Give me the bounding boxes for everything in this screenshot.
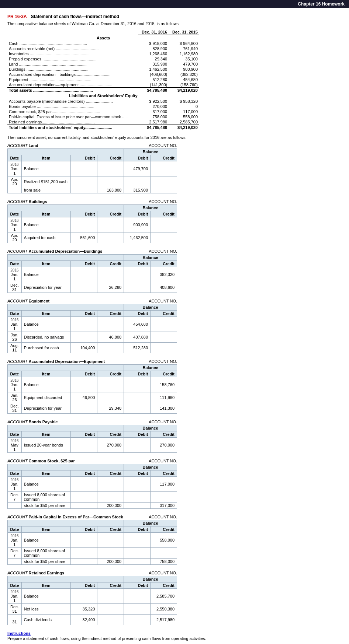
cell-debit xyxy=(71,187,97,193)
cell-bal-credit: 111,960 xyxy=(151,392,177,403)
cell-date: 2016Jan.1 xyxy=(8,161,22,176)
cell-bal-credit: 758,000 xyxy=(151,559,177,565)
cell-bal-credit xyxy=(151,343,177,353)
cell-debit xyxy=(71,503,97,509)
table-row: 2016May1 Issued 20-year bonds 270,000 27… xyxy=(8,438,177,453)
instructions-title: Instructions xyxy=(7,631,342,636)
table-row: 2016Jan.1 Balance 558,000 xyxy=(8,533,177,548)
cell-credit xyxy=(97,533,124,548)
col-header-date: Date xyxy=(8,311,22,317)
bs-liab-label: Paid-in capital: Excess of issue price o… xyxy=(7,114,138,119)
col-header-debit: Debit xyxy=(71,582,97,589)
ledger-header-spacer xyxy=(8,425,124,431)
col-header-debit: Debit xyxy=(71,371,97,377)
cell-bal-credit: 382,320 xyxy=(151,267,177,282)
cell-bal-debit: 315,900 xyxy=(124,187,151,193)
cell-item: Equipment discarded xyxy=(21,392,71,403)
account-no-label-paid-in-capital: ACCOUNT NO. xyxy=(125,515,177,520)
cell-item: Balance xyxy=(21,317,71,332)
ledger-header-spacer xyxy=(8,576,124,582)
bs-asset-label: Equipment ..............................… xyxy=(7,77,138,82)
cell-debit xyxy=(71,161,97,176)
cell-item: stock for $50 per share xyxy=(21,559,71,565)
bs-asset-v2: 479,700 xyxy=(169,62,199,67)
cell-debit xyxy=(71,267,97,282)
cell-credit xyxy=(97,615,124,625)
cell-bal-debit xyxy=(124,438,151,453)
table-row: from sale 163,800 315,900 xyxy=(8,187,177,193)
col-header-credit: Credit xyxy=(97,470,124,477)
ledger-header-spacer xyxy=(8,255,124,261)
liabilities-header: Liabilities and Stockholders' Equity xyxy=(7,93,199,99)
bs-liab-v2: $4,219,020 xyxy=(169,125,199,130)
cell-date: 2016Jan.1 xyxy=(8,477,22,492)
cell-debit xyxy=(71,438,97,453)
cell-credit xyxy=(97,377,124,392)
account-name-buildings: ACCOUNT Buildings xyxy=(7,199,47,204)
cell-item: Balance xyxy=(21,161,71,176)
col-header-credit: Credit xyxy=(97,155,124,161)
cell-bal-debit xyxy=(124,589,151,604)
cell-debit xyxy=(71,559,97,565)
account-no-label-accum-dep-buildings: ACCOUNT NO. xyxy=(125,249,177,254)
col-header-item: Item xyxy=(21,371,71,377)
ledger-header-spacer xyxy=(8,304,124,311)
cell-bal-debit: 479,700 xyxy=(124,161,151,176)
cell-credit: 200,000 xyxy=(97,503,124,509)
ledger-header-spacer xyxy=(8,365,124,371)
cell-bal-credit xyxy=(151,492,177,503)
cell-bal-credit xyxy=(151,161,177,176)
col-header-credit: Credit xyxy=(97,261,124,267)
bs-liab-v1: 758,000 xyxy=(138,114,169,119)
col-header-bal-credit: Credit xyxy=(151,261,177,267)
bs-liab-v2: 117,000 xyxy=(169,109,199,114)
cell-date: Dec.31 xyxy=(8,403,22,414)
bs-liab-v1: 2,517,980 xyxy=(138,119,169,125)
bs-asset-v2: $ 964,800 xyxy=(169,41,199,46)
account-block-paid-in-capital: ACCOUNT Paid-In Capital in Excess of Par… xyxy=(7,515,342,565)
cell-debit xyxy=(71,533,97,548)
cell-debit: 561,600 xyxy=(71,232,97,243)
table-row: 2016Jan.1 Balance 900,900 xyxy=(8,217,177,232)
col-header-bal-debit: Debit xyxy=(124,582,151,589)
account-block-equipment: ACCOUNT Equipment ACCOUNT NO. Balance Da… xyxy=(7,299,342,353)
cell-credit xyxy=(97,343,124,353)
cell-item: Net loss xyxy=(21,604,71,615)
cell-item: Balance xyxy=(21,477,71,492)
cell-date xyxy=(8,503,22,509)
cell-debit xyxy=(71,317,97,332)
cell-date: Jan.26 xyxy=(8,392,22,403)
bs-liab-v1: 317,000 xyxy=(138,109,169,114)
cell-bal-credit: 408,600 xyxy=(151,282,177,293)
cell-bal-credit xyxy=(151,317,177,332)
assets-header: Assets xyxy=(7,35,199,41)
col-header-bal-debit: Debit xyxy=(124,311,151,317)
account-block-common-stock: ACCOUNT Common Stock, $25 par ACCOUNT NO… xyxy=(7,459,342,509)
account-name-accum-dep-buildings: ACCOUNT Accumulated Depreciation—Buildin… xyxy=(7,249,102,253)
cell-bal-debit xyxy=(124,492,151,503)
bs-asset-v1: $4,785,480 xyxy=(138,88,169,93)
cell-credit: 270,000 xyxy=(97,438,124,453)
ledger-table-bonds-payable: Balance Date Item Debit Credit Debit Cre… xyxy=(7,425,177,453)
cell-debit xyxy=(71,403,97,414)
table-row: 2016Jan.1 Balance 2,585,700 xyxy=(8,589,177,604)
cell-debit xyxy=(71,332,97,343)
cell-bal-credit: 270,000 xyxy=(151,438,177,453)
ledger-table-accum-dep-buildings: Balance Date Item Debit Credit Debit Cre… xyxy=(7,254,177,293)
bs-asset-label: Accumulated depreciation—buildings......… xyxy=(7,72,138,77)
account-no-label-retained-earnings: ACCOUNT NO. xyxy=(125,571,177,576)
account-no-label-buildings: ACCOUNT NO. xyxy=(125,199,177,204)
cell-credit xyxy=(97,232,124,243)
cell-date: Apr.20 xyxy=(8,176,22,187)
col-header-item: Item xyxy=(21,155,71,161)
col-header-bal-credit: Credit xyxy=(151,371,177,377)
account-name-land: ACCOUNT Land xyxy=(7,143,38,148)
cell-debit xyxy=(71,548,97,559)
account-name-bonds-payable: ACCOUNT Bonds Payable xyxy=(7,420,58,424)
col-header-debit: Debit xyxy=(71,311,97,317)
account-block-buildings: ACCOUNT Buildings ACCOUNT NO. Balance Da… xyxy=(7,199,342,243)
ledger-header-spacer xyxy=(8,149,124,155)
cell-credit: 46,800 xyxy=(97,332,124,343)
cell-credit xyxy=(97,548,124,559)
ledger-table-retained-earnings: Balance Date Item Debit Credit Debit Cre… xyxy=(7,576,177,625)
